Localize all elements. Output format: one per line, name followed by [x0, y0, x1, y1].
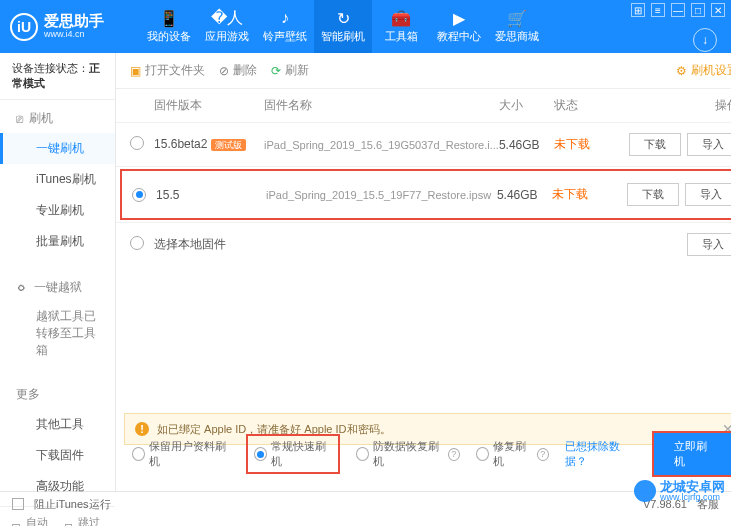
logo-area: iU 爱思助手 www.i4.cn	[10, 13, 140, 41]
refresh-icon: ⟳	[271, 64, 281, 78]
import-button[interactable]: 导入	[685, 183, 731, 206]
sidebar-item-download-fw[interactable]: 下载固件	[0, 440, 115, 471]
maximize-button[interactable]: □	[691, 3, 705, 17]
col-name: 固件名称	[264, 97, 499, 114]
col-ops: 操作	[604, 97, 731, 114]
opt-antirecovery[interactable]: 防数据恢复刷机?	[356, 439, 460, 469]
sidebar: 设备连接状态：正常模式 ⎚刷机 一键刷机 iTunes刷机 专业刷机 批量刷机 …	[0, 53, 116, 491]
open-folder-button[interactable]: ▣打开文件夹	[130, 62, 205, 79]
downloads-button[interactable]: ↓	[693, 28, 717, 52]
table-header: 固件版本 固件名称 大小 状态 操作	[116, 89, 731, 123]
app-header: iU 爱思助手 www.i4.cn 📱我的设备 �人应用游戏 ♪铃声壁纸 ↻智能…	[0, 0, 731, 53]
play-icon: ▶	[453, 9, 465, 27]
nav-toolbox[interactable]: 🧰工具箱	[372, 0, 430, 53]
flash-settings-button[interactable]: ⚙刷机设置	[676, 62, 731, 79]
sidebar-item-itunes[interactable]: iTunes刷机	[0, 164, 115, 195]
brand-url: www.i4.cn	[44, 30, 104, 40]
delete-button[interactable]: ⊘删除	[219, 62, 257, 79]
sidebar-item-other[interactable]: 其他工具	[0, 409, 115, 440]
unlock-icon: ⭘	[16, 281, 28, 295]
flash-now-button[interactable]: 立即刷机	[652, 431, 731, 477]
col-version: 固件版本	[154, 97, 264, 114]
jailbreak-note: 越狱工具已转移至工具箱	[0, 302, 115, 364]
download-button[interactable]: 下载	[627, 183, 679, 206]
grid-button[interactable]: ⊞	[631, 3, 645, 17]
minimize-button[interactable]: —	[671, 3, 685, 17]
music-icon: ♪	[281, 9, 289, 27]
local-firmware-row[interactable]: 选择本地固件 导入	[116, 223, 731, 266]
nav-ringtones[interactable]: ♪铃声壁纸	[256, 0, 314, 53]
refresh-button[interactable]: ⟳刷新	[271, 62, 309, 79]
sidebar-head-more: 更多	[0, 380, 115, 409]
toolbox-icon: 🧰	[391, 9, 411, 27]
row-radio[interactable]	[130, 136, 144, 150]
nav-flash[interactable]: ↻智能刷机	[314, 0, 372, 53]
import-button[interactable]: 导入	[687, 133, 731, 156]
info-icon[interactable]: ?	[448, 448, 460, 461]
sidebar-item-oneclick[interactable]: 一键刷机	[0, 133, 115, 164]
refresh-icon: ↻	[337, 9, 350, 27]
info-icon[interactable]: ?	[537, 448, 549, 461]
window-controls: ⊞ ≡ — □ ✕	[631, 3, 725, 17]
opt-fast-flash[interactable]: 常规快速刷机	[246, 434, 340, 474]
phone-icon: ⎚	[16, 112, 23, 126]
row-radio[interactable]	[130, 236, 144, 250]
nav-tutorials[interactable]: ▶教程中心	[430, 0, 488, 53]
sidebar-head-flash: ⎚刷机	[0, 104, 115, 133]
apps-icon: �人	[211, 9, 243, 27]
firmware-row[interactable]: 15.6beta2测试版 iPad_Spring_2019_15.6_19G50…	[116, 123, 731, 166]
sidebar-head-jailbreak: ⭘一键越狱	[0, 273, 115, 302]
import-button[interactable]: 导入	[687, 233, 731, 256]
gear-icon: ⚙	[676, 64, 687, 78]
menu-button[interactable]: ≡	[651, 3, 665, 17]
flash-options: 保留用户资料刷机 常规快速刷机 防数据恢复刷机? 修复刷机? 已想抹除数据？ 立…	[124, 425, 731, 483]
nav-apps[interactable]: �人应用游戏	[198, 0, 256, 53]
nav-my-device[interactable]: 📱我的设备	[140, 0, 198, 53]
logo-icon: iU	[10, 13, 38, 41]
download-button[interactable]: 下载	[629, 133, 681, 156]
watermark-icon	[634, 480, 656, 502]
main-panel: ▣打开文件夹 ⊘删除 ⟳刷新 ⚙刷机设置 固件版本 固件名称 大小 状态 操作 …	[116, 53, 731, 491]
sidebar-item-batch[interactable]: 批量刷机	[0, 226, 115, 257]
connection-status: 设备连接状态：正常模式	[0, 53, 115, 100]
col-size: 大小	[499, 97, 554, 114]
firmware-row-selected[interactable]: 15.5 iPad_Spring_2019_15.5_19F77_Restore…	[120, 169, 731, 220]
watermark: 龙城安卓网 www.lcjrfg.com	[634, 480, 725, 502]
brand-name: 爱思助手	[44, 13, 104, 30]
beta-tag: 测试版	[211, 139, 246, 151]
close-button[interactable]: ✕	[711, 3, 725, 17]
row-radio[interactable]	[132, 188, 146, 202]
opt-repair[interactable]: 修复刷机?	[476, 439, 549, 469]
opt-keep-data[interactable]: 保留用户资料刷机	[132, 439, 230, 469]
sidebar-item-pro[interactable]: 专业刷机	[0, 195, 115, 226]
col-status: 状态	[554, 97, 604, 114]
toolbar: ▣打开文件夹 ⊘删除 ⟳刷新 ⚙刷机设置	[116, 53, 731, 89]
nav-store[interactable]: 🛒爱思商城	[488, 0, 546, 53]
folder-icon: ▣	[130, 64, 141, 78]
cart-icon: 🛒	[507, 9, 527, 27]
delete-icon: ⊘	[219, 64, 229, 78]
device-icon: 📱	[159, 9, 179, 27]
erase-data-link[interactable]: 已想抹除数据？	[565, 439, 636, 469]
block-itunes-checkbox[interactable]	[12, 498, 24, 510]
download-icon: ↓	[702, 33, 708, 47]
